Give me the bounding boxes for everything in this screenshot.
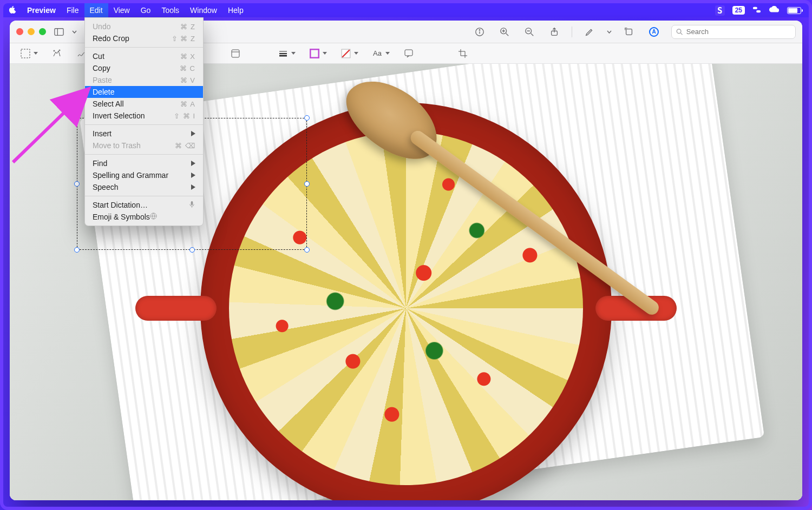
menu-item-label: Delete xyxy=(93,88,114,96)
chevron-down-icon[interactable] xyxy=(607,30,612,34)
line-weight-tool[interactable] xyxy=(277,48,296,59)
menu-item-label: Start Dictation… xyxy=(93,201,148,209)
text-style-tool[interactable]: Aa xyxy=(371,48,390,59)
svg-rect-0 xyxy=(753,6,757,9)
share-icon[interactable] xyxy=(547,25,562,38)
menu-item-label: Select All xyxy=(93,100,124,108)
search-input[interactable] xyxy=(686,28,791,36)
selection-handle[interactable] xyxy=(304,247,310,253)
mic-icon xyxy=(188,201,195,209)
menu-item-label: Copy xyxy=(93,64,110,72)
border-color-tool[interactable] xyxy=(309,48,327,59)
svg-rect-1 xyxy=(756,10,761,12)
svg-rect-18 xyxy=(21,49,30,58)
submenu-arrow-icon xyxy=(191,171,195,180)
apple-menu[interactable] xyxy=(3,6,22,15)
menu-item-copy[interactable]: Copy⌘ C xyxy=(85,62,203,74)
search-field[interactable] xyxy=(671,25,796,39)
selection-handle[interactable] xyxy=(74,181,80,187)
menu-edit[interactable]: Edit xyxy=(84,3,108,17)
menu-item-invert-selection[interactable]: Invert Selection⇧ ⌘ I xyxy=(85,110,203,122)
control-center-icon[interactable] xyxy=(752,6,761,15)
menu-tools[interactable]: Tools xyxy=(156,3,185,17)
cloud-icon[interactable] xyxy=(769,6,780,15)
svg-point-16 xyxy=(677,29,681,33)
menu-item-hotkey: ⌘ V xyxy=(180,76,195,84)
svg-point-19 xyxy=(54,50,55,51)
menu-item-label: Emoji & Symbols xyxy=(93,213,150,221)
selection-handle[interactable] xyxy=(74,115,80,121)
svg-point-6 xyxy=(479,29,480,30)
svg-rect-35 xyxy=(191,201,193,205)
selection-tool[interactable] xyxy=(19,48,38,59)
menu-item-label: Redo Crop xyxy=(93,34,129,43)
menu-item-move-to-trash: Move to Trash⌘ ⌫ xyxy=(85,140,203,151)
menu-item-find[interactable]: Find xyxy=(85,157,203,169)
menu-item-label: Move to Trash xyxy=(93,141,141,150)
highlight-icon[interactable] xyxy=(582,25,597,38)
menu-item-select-all[interactable]: Select All⌘ A xyxy=(85,98,203,110)
menu-item-emoji-symbols[interactable]: Emoji & Symbols xyxy=(85,211,203,223)
sidebar-toggle-icon[interactable] xyxy=(51,25,67,38)
selection-handle[interactable] xyxy=(189,247,195,253)
fill-color-tool[interactable] xyxy=(340,48,358,59)
menu-item-cut[interactable]: Cut⌘ X xyxy=(85,50,203,62)
chevron-down-icon[interactable] xyxy=(72,30,77,34)
menu-help[interactable]: Help xyxy=(222,3,249,17)
calendar-badge[interactable]: 25 xyxy=(732,6,745,15)
battery-icon[interactable] xyxy=(787,7,801,14)
traffic-lights xyxy=(16,28,46,35)
menu-item-label: Speech xyxy=(93,183,118,191)
separator xyxy=(572,27,572,37)
rotate-icon[interactable] xyxy=(621,25,637,38)
svg-rect-2 xyxy=(55,28,63,35)
svg-line-8 xyxy=(506,33,509,35)
selection-handle[interactable] xyxy=(304,181,310,187)
menu-item-label: Cut xyxy=(93,52,104,61)
adjust-color-icon[interactable] xyxy=(230,48,241,59)
menu-item-label: Paste xyxy=(93,76,112,84)
menu-item-label: Insert xyxy=(93,129,112,138)
globe-icon xyxy=(150,213,157,221)
close-window-button[interactable] xyxy=(16,28,23,35)
zoom-out-icon[interactable] xyxy=(522,25,537,38)
markup-icon[interactable]: A xyxy=(646,25,662,38)
info-icon[interactable] xyxy=(472,25,487,38)
svg-line-17 xyxy=(680,32,682,34)
app-name[interactable]: Preview xyxy=(22,6,61,15)
zoom-in-icon[interactable] xyxy=(497,25,512,38)
menu-item-delete[interactable]: Delete xyxy=(85,86,203,98)
crop-icon[interactable] xyxy=(457,48,469,59)
snagit-icon[interactable]: S xyxy=(715,5,725,16)
menu-file[interactable]: File xyxy=(61,3,84,17)
instant-alpha-icon[interactable] xyxy=(51,48,63,59)
submenu-arrow-icon xyxy=(191,129,195,138)
menu-item-redo-crop[interactable]: Redo Crop⇧ ⌘ Z xyxy=(85,32,203,44)
annotate-icon[interactable] xyxy=(403,48,415,59)
svg-rect-34 xyxy=(405,50,412,56)
search-icon xyxy=(676,28,683,36)
menu-item-label: Spelling and Grammar xyxy=(93,171,168,180)
menu-item-label: Find xyxy=(93,159,107,168)
menu-item-label: Invert Selection xyxy=(93,111,145,120)
menu-item-insert[interactable]: Insert xyxy=(85,128,203,140)
menu-item-start-dictation-[interactable]: Start Dictation… xyxy=(85,199,203,211)
menu-item-undo: Undo⌘ Z xyxy=(85,21,203,32)
menu-item-hotkey: ⇧ ⌘ Z xyxy=(172,35,195,43)
svg-rect-26 xyxy=(232,50,239,57)
maximize-window-button[interactable] xyxy=(39,28,46,35)
submenu-arrow-icon xyxy=(191,159,195,168)
menu-window[interactable]: Window xyxy=(185,3,222,17)
menubar: Preview File Edit View Go Tools Window H… xyxy=(3,3,809,17)
menu-item-spelling-and-grammar[interactable]: Spelling and Grammar xyxy=(85,169,203,181)
menu-item-hotkey: ⇧ ⌘ I xyxy=(174,112,195,120)
menu-item-hotkey: ⌘ C xyxy=(180,64,195,72)
selection-handle[interactable] xyxy=(74,247,80,253)
menu-item-hotkey: ⌘ A xyxy=(180,100,195,108)
menu-view[interactable]: View xyxy=(108,3,135,17)
selection-handle[interactable] xyxy=(304,115,310,121)
menu-item-speech[interactable]: Speech xyxy=(85,181,203,193)
minimize-window-button[interactable] xyxy=(28,28,35,35)
edit-menu-dropdown[interactable]: Undo⌘ ZRedo Crop⇧ ⌘ ZCut⌘ XCopy⌘ CPaste⌘… xyxy=(84,17,204,226)
menu-go[interactable]: Go xyxy=(135,3,156,17)
